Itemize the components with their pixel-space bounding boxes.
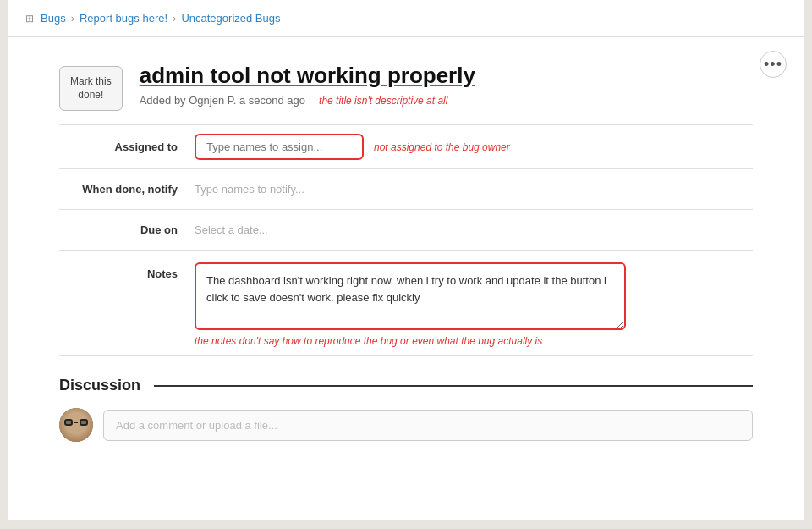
added-by-text: Added by Ognjen P. a second ago — [140, 94, 305, 107]
discussion-title: Discussion — [59, 377, 140, 394]
notes-input-area: The dashboard isn't working right now. w… — [195, 262, 753, 347]
avatar-face — [59, 408, 93, 442]
fields-section: Assigned to not assigned to the bug owne… — [59, 124, 753, 356]
when-done-notify-label: When done, notify — [59, 183, 195, 196]
due-on-input[interactable] — [195, 218, 753, 241]
three-dot-menu-button[interactable]: ••• — [760, 51, 787, 78]
discussion-header: Discussion — [59, 377, 753, 394]
notes-label: Notes — [59, 262, 195, 280]
when-done-notify-row: When done, notify — [59, 169, 753, 210]
due-on-row: Due on — [59, 210, 753, 251]
comment-input[interactable] — [103, 410, 753, 441]
breadcrumb: ⊞ Bugs › Report bugs here! › Uncategoriz… — [8, 0, 804, 37]
notes-row: Notes The dashboard isn't working right … — [59, 251, 753, 356]
notes-textarea[interactable]: The dashboard isn't working right now. w… — [195, 262, 626, 330]
assigned-to-input[interactable] — [195, 134, 364, 160]
main-content: ••• Mark this done! admin tool not worki… — [8, 37, 804, 520]
breadcrumb-sep-1: › — [71, 12, 74, 25]
breadcrumb-report-link[interactable]: Report bugs here! — [80, 12, 167, 25]
mark-done-button[interactable]: Mark this done! — [59, 66, 123, 111]
title-meta: Added by Ognjen P. a second ago the titl… — [140, 94, 753, 107]
breadcrumb-uncategorized-link[interactable]: Uncategorized Bugs — [181, 12, 280, 25]
due-on-label: Due on — [59, 223, 195, 236]
breadcrumb-bugs-link[interactable]: Bugs — [41, 12, 66, 25]
when-done-notify-input-area — [195, 178, 753, 201]
assigned-to-input-area: not assigned to the bug owner — [195, 134, 753, 160]
assigned-to-row: Assigned to not assigned to the bug owne… — [59, 125, 753, 169]
avatar-glasses-icon — [64, 419, 88, 426]
task-title: admin tool not working properly — [140, 63, 753, 89]
assigned-to-warning: not assigned to the bug owner — [374, 141, 510, 153]
when-done-notify-input[interactable] — [195, 178, 753, 201]
breadcrumb-sep-2: › — [173, 12, 176, 25]
title-warning-text: the title isn't descriptive at all — [319, 95, 447, 107]
discussion-divider — [154, 385, 753, 387]
due-on-input-area — [195, 218, 753, 241]
title-area: admin tool not working properly Added by… — [140, 63, 753, 107]
notes-warning: the notes don't say how to reproduce the… — [195, 335, 753, 347]
assigned-to-label: Assigned to — [59, 141, 195, 153]
grid-icon: ⊞ — [25, 13, 34, 25]
avatar — [59, 408, 93, 442]
title-row: Mark this done! admin tool not working p… — [59, 63, 753, 111]
comment-row — [59, 408, 753, 442]
discussion-section: Discussion — [59, 377, 753, 442]
